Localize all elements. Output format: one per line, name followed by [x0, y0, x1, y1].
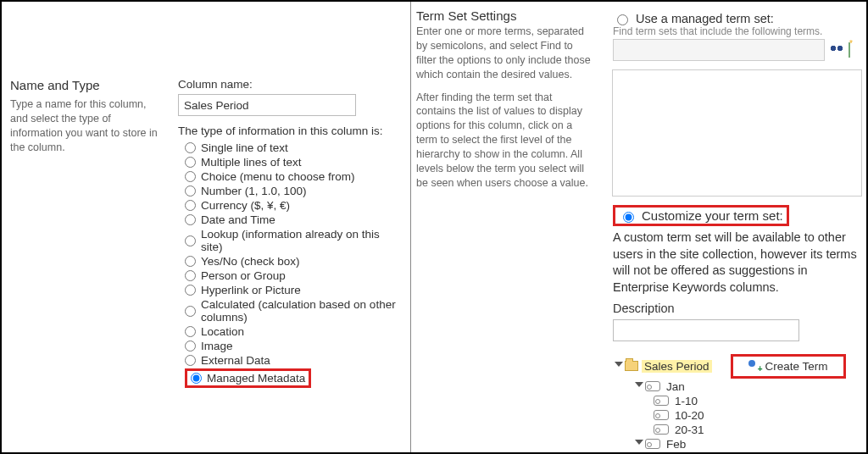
- column-type-radio[interactable]: [185, 185, 196, 197]
- column-type-label: Managed Metadata: [207, 372, 305, 385]
- section-name-and-type: Name and Type: [10, 78, 163, 92]
- column-type-label: Hyperlink or Picture: [201, 284, 301, 296]
- create-term-label: Create Term: [765, 360, 828, 373]
- tree-leaf-row[interactable]: 1-10: [654, 394, 862, 408]
- expand-icon[interactable]: [633, 440, 642, 448]
- term-tag-icon: [645, 439, 660, 449]
- column-type-radio[interactable]: [185, 340, 196, 352]
- column-type-label: Multiple lines of text: [201, 156, 302, 169]
- column-type-label: Currency ($, ¥, €): [201, 199, 290, 212]
- customize-term-set-radio[interactable]: [623, 212, 634, 223]
- column-type-option[interactable]: Single line of text: [178, 141, 400, 155]
- term-tree: Sales Period Create Term Jan1-1010-2020-…: [613, 353, 862, 452]
- column-type-option[interactable]: Managed Metadata: [178, 368, 400, 389]
- column-type-label: Lookup (information already on this site…: [201, 228, 400, 253]
- column-type-radio[interactable]: [185, 171, 196, 182]
- tree-root-row[interactable]: Sales Period Create Term: [613, 353, 862, 379]
- reset-icon[interactable]: [849, 43, 862, 57]
- term-tag-icon: [645, 381, 660, 391]
- column-type-label: External Data: [201, 354, 270, 367]
- column-type-radio[interactable]: [191, 373, 202, 384]
- column-type-label: Choice (menu to choose from): [201, 170, 355, 183]
- column-type-label: Image: [201, 340, 233, 352]
- column-type-label: Number (1, 1.0, 100): [201, 185, 307, 197]
- customize-term-set-label: Customize your term set:: [642, 208, 783, 223]
- column-type-option[interactable]: Person or Group: [178, 269, 400, 283]
- section-term-set-settings: Term Set Settings: [416, 8, 594, 23]
- column-type-option[interactable]: Yes/No (check box): [178, 254, 400, 269]
- column-type-label: Yes/No (check box): [201, 255, 300, 268]
- tree-node-row[interactable]: Feb: [633, 437, 862, 451]
- column-type-radio[interactable]: [185, 355, 196, 366]
- termset-folder-icon: [625, 361, 638, 371]
- term-tag-icon: [654, 396, 669, 406]
- tree-leaf-row[interactable]: 1-10: [654, 451, 862, 452]
- column-type-option[interactable]: Number (1, 1.0, 100): [178, 184, 400, 198]
- find-term-sets-hint: Find term sets that include the followin…: [613, 25, 862, 37]
- find-icon[interactable]: [830, 43, 843, 57]
- description-label: Description: [613, 301, 862, 318]
- column-type-radio[interactable]: [185, 306, 196, 317]
- column-type-option[interactable]: External Data: [178, 353, 400, 368]
- tree-root-label[interactable]: Sales Period: [642, 360, 712, 373]
- tree-leaf-label[interactable]: 10-20: [672, 409, 707, 422]
- create-term-icon: [748, 360, 760, 372]
- column-type-label: Calculated (calculation based on other c…: [201, 298, 400, 324]
- column-type-radio[interactable]: [185, 200, 196, 211]
- tree-leaf-row[interactable]: 20-31: [654, 423, 862, 437]
- tree-leaf-label[interactable]: 1-10: [672, 395, 700, 407]
- column-type-option[interactable]: Choice (menu to choose from): [178, 169, 400, 184]
- column-type-option[interactable]: Multiple lines of text: [178, 155, 400, 169]
- column-type-radio[interactable]: [185, 326, 196, 337]
- column-type-option[interactable]: Date and Time: [178, 213, 400, 227]
- term-tag-icon: [654, 410, 669, 420]
- column-type-label: Single line of text: [201, 141, 288, 154]
- column-type-radio[interactable]: [185, 235, 196, 246]
- name-and-type-help: Type a name for this column, and select …: [10, 97, 163, 155]
- column-type-radio[interactable]: [185, 270, 196, 281]
- column-name-label: Column name:: [178, 78, 400, 91]
- column-name-input[interactable]: [178, 94, 356, 116]
- term-set-help-1: Enter one or more terms, separated by se…: [416, 25, 594, 82]
- term-set-help-2: After finding the term set that contains…: [416, 91, 594, 191]
- column-type-radio[interactable]: [185, 256, 196, 267]
- description-input[interactable]: [613, 319, 799, 341]
- column-type-option[interactable]: Currency ($, ¥, €): [178, 198, 400, 213]
- column-type-radio[interactable]: [185, 214, 196, 225]
- customize-term-set-description: A custom term set will be available to o…: [613, 230, 862, 296]
- type-prompt: The type of information in this column i…: [178, 125, 400, 137]
- column-type-label: Date and Time: [201, 213, 275, 226]
- column-type-option[interactable]: Hyperlink or Picture: [178, 283, 400, 297]
- column-type-option[interactable]: Calculated (calculation based on other c…: [178, 297, 400, 324]
- column-type-label: Person or Group: [201, 269, 286, 282]
- term-set-results-area: [612, 69, 862, 197]
- term-tag-icon: [654, 424, 669, 435]
- column-type-label: Location: [201, 325, 244, 338]
- column-type-option[interactable]: Image: [178, 339, 400, 353]
- column-type-radio[interactable]: [185, 285, 196, 296]
- column-type-radio[interactable]: [185, 142, 196, 153]
- expand-icon[interactable]: [613, 362, 621, 370]
- tree-node-label[interactable]: Feb: [664, 438, 688, 451]
- use-managed-term-set-label: Use a managed term set:: [636, 12, 774, 25]
- column-type-radio[interactable]: [185, 157, 196, 168]
- tree-leaf-row[interactable]: 10-20: [654, 408, 862, 423]
- tree-node-label[interactable]: Jan: [664, 380, 687, 393]
- create-term-button[interactable]: Create Term: [731, 354, 846, 379]
- column-type-option[interactable]: Location: [178, 324, 400, 339]
- tree-leaf-label[interactable]: 20-31: [672, 424, 707, 436]
- tree-node-row[interactable]: Jan: [633, 379, 862, 394]
- find-terms-input[interactable]: [613, 39, 825, 61]
- column-type-option[interactable]: Lookup (information already on this site…: [178, 227, 400, 254]
- expand-icon[interactable]: [633, 382, 642, 390]
- use-managed-term-set-radio[interactable]: [617, 14, 628, 25]
